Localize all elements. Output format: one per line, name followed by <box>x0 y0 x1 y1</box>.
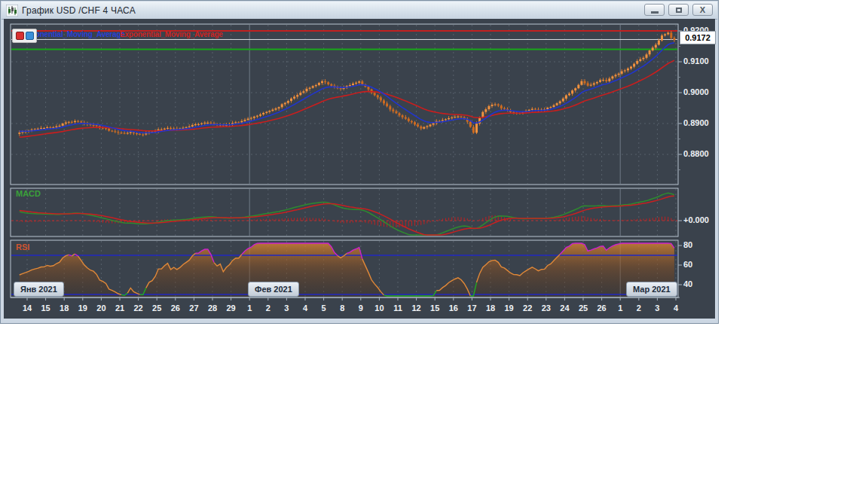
current-price-badge: 0.9172 <box>680 31 716 44</box>
day-axis-label: 20 <box>91 303 111 313</box>
price-axis-label: 0.8900 <box>683 118 709 127</box>
day-axis-label: 16 <box>444 303 463 313</box>
price-axis-label: 0.9100 <box>683 56 709 66</box>
desktop: График USD /CHF 4 ЧАСА X Exponential_Mov… <box>0 0 868 488</box>
day-axis-label: 19 <box>500 303 519 313</box>
day-axis-label: 1 <box>240 303 259 313</box>
day-axis-label: 21 <box>110 303 130 313</box>
month-marker-box: Янв 2021 <box>14 282 64 297</box>
day-axis-label: 15 <box>36 303 56 313</box>
minimize-icon <box>651 11 659 14</box>
day-axis-label: 28 <box>203 303 222 313</box>
day-axis-label: 18 <box>54 303 74 313</box>
day-axis-label: 26 <box>592 303 612 313</box>
day-axis-label: 2 <box>258 303 278 313</box>
candlestick-chart-icon <box>6 5 18 17</box>
day-axis-label: 23 <box>536 303 556 313</box>
ema-slow-legend-label: Exponential_Moving_Average <box>120 30 223 38</box>
rsi-axis-label: 40 <box>683 279 692 288</box>
day-axis-label: 22 <box>518 303 537 313</box>
day-axis-label: 8 <box>332 303 352 313</box>
day-axis-label: 2 <box>629 303 649 313</box>
price-axis-label: 0.8800 <box>683 149 709 158</box>
day-axis-label: 11 <box>388 303 408 313</box>
close-button[interactable]: X <box>692 4 713 16</box>
day-axis-label: 5 <box>314 303 334 313</box>
day-axis-label: 3 <box>647 303 667 313</box>
day-axis-label: 17 <box>462 303 481 313</box>
day-axis-label: 25 <box>573 303 593 313</box>
day-axis-label: 10 <box>369 303 389 313</box>
day-axis-label: 4 <box>666 303 686 313</box>
indicator-toggle-chip <box>12 29 37 43</box>
day-axis-label: 4 <box>295 303 315 313</box>
ema-fast-toggle-button[interactable] <box>26 32 34 40</box>
month-marker-box: Мар 2021 <box>626 282 677 297</box>
rsi-axis-label: 60 <box>683 260 692 269</box>
day-axis-label: 9 <box>351 303 371 313</box>
chart-canvas[interactable] <box>4 19 715 319</box>
window-title: График USD /CHF 4 ЧАСА <box>22 5 136 16</box>
day-axis-label: 25 <box>147 303 167 313</box>
price-axis-label: 0.9000 <box>683 87 709 96</box>
day-axis-label: 29 <box>222 303 241 313</box>
day-axis-label: 14 <box>17 303 37 313</box>
close-icon: X <box>700 6 705 14</box>
chart-window: График USD /CHF 4 ЧАСА X Exponential_Mov… <box>0 0 719 324</box>
day-axis-label: 24 <box>555 303 574 313</box>
restore-button[interactable] <box>668 4 689 16</box>
day-axis-label: 22 <box>129 303 148 313</box>
day-axis-label: 1 <box>610 303 630 313</box>
title-bar[interactable]: График USD /CHF 4 ЧАСА X <box>2 2 717 20</box>
day-axis-label: 18 <box>481 303 500 313</box>
day-axis-label: 12 <box>407 303 426 313</box>
macd-zero-label: +0.000 <box>683 215 709 224</box>
macd-panel-label: MACD <box>16 189 41 198</box>
day-axis-label: 3 <box>277 303 296 313</box>
day-axis-label: 19 <box>73 303 93 313</box>
day-axis-label: 15 <box>425 303 445 313</box>
ema-slow-toggle-button[interactable] <box>16 32 24 40</box>
rsi-axis-label: 80 <box>683 240 692 249</box>
minimize-button[interactable] <box>644 4 665 16</box>
day-axis-label: 26 <box>166 303 185 313</box>
ema-fast-legend-label: Exponential_Moving_Average <box>22 30 125 38</box>
month-marker-box: Фев 2021 <box>248 282 299 297</box>
window-controls: X <box>644 4 713 16</box>
day-axis-label: 27 <box>184 303 203 313</box>
rsi-panel-label: RSI <box>16 242 29 252</box>
restore-icon <box>676 8 682 13</box>
